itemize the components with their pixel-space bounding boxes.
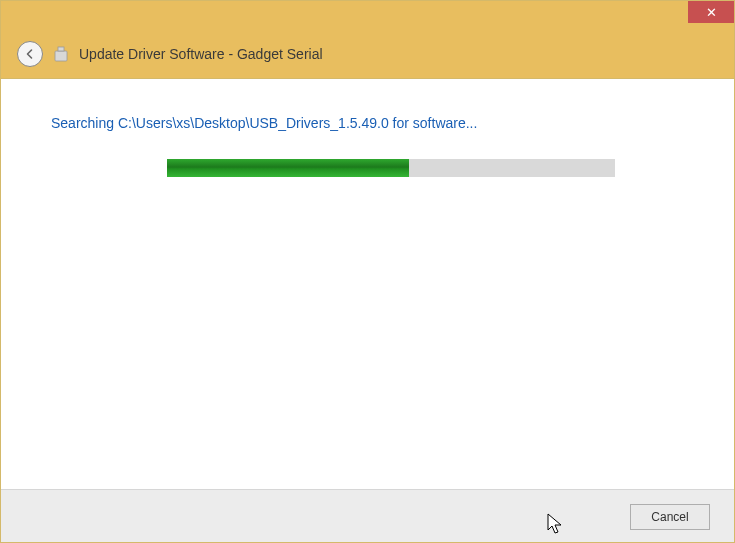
- svg-rect-0: [55, 51, 67, 61]
- status-text: Searching C:\Users\xs\Desktop\USB_Driver…: [51, 115, 684, 131]
- wizard-footer: Cancel: [1, 489, 734, 543]
- back-button[interactable]: [17, 41, 43, 67]
- progress-bar: [167, 159, 615, 177]
- cancel-button[interactable]: Cancel: [630, 504, 710, 530]
- wizard-title: Update Driver Software - Gadget Serial: [79, 46, 323, 62]
- wizard-content: Searching C:\Users\xs\Desktop\USB_Driver…: [1, 79, 734, 489]
- close-button[interactable]: ✕: [688, 1, 734, 23]
- wizard-header: Update Driver Software - Gadget Serial: [1, 29, 734, 79]
- window-titlebar: ✕: [1, 1, 734, 29]
- progress-fill: [167, 159, 409, 177]
- arrow-left-icon: [24, 48, 36, 60]
- svg-rect-1: [58, 47, 64, 51]
- device-icon: [53, 46, 69, 62]
- close-icon: ✕: [706, 6, 717, 19]
